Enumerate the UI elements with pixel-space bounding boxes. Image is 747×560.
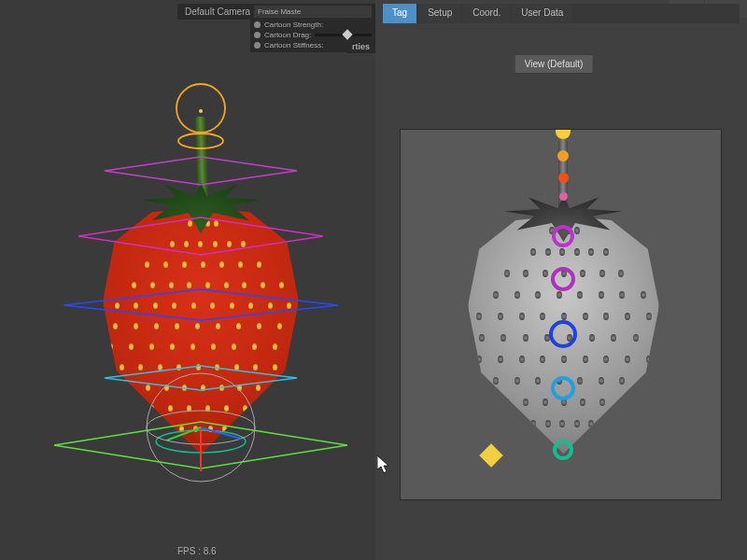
dimple [476,313,482,320]
dimple [611,334,616,342]
dimple [588,248,594,256]
gizmo-x-axis[interactable] [201,427,241,439]
dimple [574,420,580,427]
dimple [574,248,580,256]
dimple [588,420,594,427]
dimple [561,356,567,363]
ctrl-purple-plane[interactable] [105,157,297,185]
dimple [519,356,525,363]
dimple [646,313,652,320]
picker-root-diamond[interactable] [479,443,502,467]
dimple [540,356,545,363]
dimple [603,420,609,427]
gizmo-z-axis[interactable] [166,427,201,441]
dimple [476,356,482,363]
dimple [583,356,588,363]
dimple [619,291,625,299]
ctrl-magenta-plane[interactable] [78,217,323,255]
picker-purple-ring[interactable] [552,225,574,247]
dimple [561,313,567,320]
dimple [479,334,485,342]
view-default-button[interactable]: View (Default) [514,54,594,74]
dimple [641,291,646,299]
picker-teal-ring[interactable] [553,440,573,460]
dimple [577,377,583,385]
picker-magenta-ring[interactable] [551,267,575,291]
cursor-icon [377,455,390,474]
viewport-3d[interactable]: Default Camera Fraise Maste Cartoon Stre… [0,0,375,560]
dimple [583,313,588,320]
dimple [633,334,639,342]
dimple [498,313,503,320]
dimple [523,270,529,277]
dimple [498,356,503,363]
rig-overlay [0,0,375,560]
dimple [514,377,520,385]
picker-orange2-dot[interactable] [558,173,569,183]
fps-display: FPS : 8.6 [177,546,217,556]
attribute-panel: Tag Visua Tag Setup Coord. User Data Vie… [375,0,747,560]
dimple [545,420,551,427]
dimple [603,356,609,363]
dimple [599,270,605,277]
tab-setup[interactable]: Setup [418,4,461,23]
picker-blue-ring[interactable] [549,320,577,348]
dimple [619,377,625,385]
dimple [545,248,551,256]
tab-bar: Tag Setup Coord. User Data [383,4,740,23]
dimple [535,291,541,299]
dimple [655,334,661,342]
dimple [646,356,652,363]
dimple [530,420,536,427]
dimple [530,248,536,256]
dimple [618,399,624,406]
dimple [589,334,595,342]
dimple [557,291,562,299]
dimple [504,399,510,406]
dimple [599,291,604,299]
dimple [535,377,541,385]
dimple [618,270,624,277]
dimple [493,377,499,385]
picker-pink-dot[interactable] [559,192,568,201]
tab-tag[interactable]: Tag [383,4,416,23]
dimple [543,399,548,406]
dimple [493,291,499,299]
ctrl-top-circle[interactable] [176,84,225,133]
dimple [504,270,510,277]
dimple [559,248,565,256]
dimple [625,313,630,320]
dimple [514,291,520,299]
dimple [574,227,580,234]
ctrl-top-ellipse[interactable] [178,133,223,148]
dimple [603,248,609,256]
dimple [580,270,585,277]
tab-coord[interactable]: Coord. [463,4,510,23]
dimple [500,334,506,342]
dimple [519,313,525,320]
picker-orange1-dot[interactable] [557,150,569,161]
dimple [625,356,630,363]
ctrl-blue-plane[interactable] [63,289,338,320]
dimple [599,399,605,406]
tab-userdata[interactable]: User Data [512,4,572,23]
picker-cyan-ring[interactable] [551,376,575,400]
ctrl-top-dot[interactable] [199,109,203,113]
dimple [543,270,548,277]
dimple [523,334,529,342]
dimple [641,377,646,385]
dimple [523,399,529,406]
character-picker[interactable] [400,129,722,500]
dimple [580,399,585,406]
dimple [540,313,545,320]
dimple [577,291,583,299]
ctrl-cyan-plane[interactable] [105,366,297,390]
dimple [599,377,604,385]
picker-yellow-arc[interactable] [556,130,571,139]
dimple [603,313,609,320]
dimple [559,420,565,427]
